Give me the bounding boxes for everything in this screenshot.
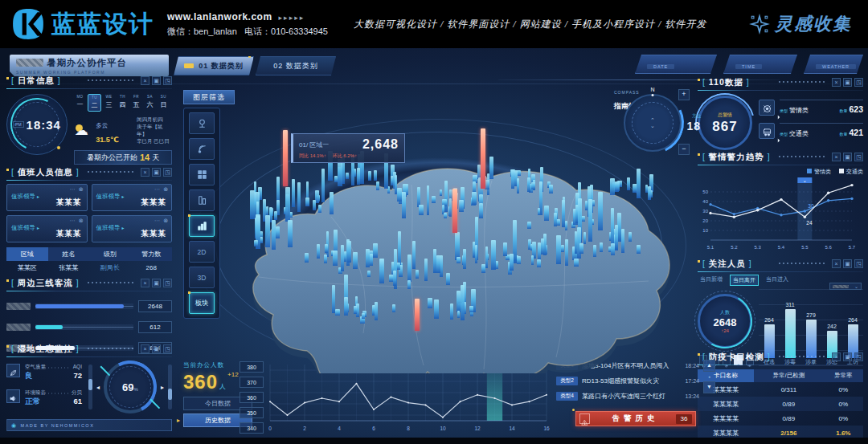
building-icon[interactable] bbox=[189, 189, 215, 211]
zoom-in-button[interactable]: + bbox=[678, 89, 690, 100]
alert-row[interactable]: 类型2RD13-53烟感报警疑似火灾17:24 bbox=[556, 375, 699, 387]
camera-icon[interactable] bbox=[189, 112, 215, 134]
window-icon[interactable]: ▣ bbox=[843, 259, 852, 268]
expand-icon[interactable]: ◳ bbox=[854, 153, 863, 161]
map-region[interactable] bbox=[211, 124, 677, 373]
table-row[interactable]: 某某某某0/890% bbox=[698, 397, 863, 411]
close-icon[interactable]: × bbox=[141, 279, 149, 287]
window-icon[interactable]: ▣ bbox=[152, 168, 161, 177]
window-icon[interactable]: ▣ bbox=[843, 352, 852, 361]
weekday-cell[interactable]: TH四 bbox=[117, 94, 129, 112]
logo[interactable]: 蓝蓝设计 bbox=[11, 7, 154, 41]
table-row[interactable]: 某某某某0/890% bbox=[698, 411, 863, 426]
group-icon[interactable] bbox=[189, 164, 215, 185]
expand-icon[interactable]: ◳ bbox=[854, 78, 863, 87]
focus-tab[interactable]: 当日进入 bbox=[764, 275, 791, 286]
close-icon[interactable]: × bbox=[141, 344, 149, 353]
site-header: 蓝蓝设计 www.lanlanwork.com▸▸▸▸▸ 微信：ben_lanl… bbox=[0, 0, 868, 48]
close-circle-icon[interactable]: ⊗ bbox=[163, 186, 168, 193]
duty-card[interactable]: 值班领导▸⋯⊗某某某 bbox=[6, 184, 88, 211]
map-tooltip[interactable]: 01/ 区域一 2,648 同比 14.1%↑环比 6.2%↑ bbox=[291, 133, 405, 163]
legend-item[interactable]: 交通类 bbox=[839, 168, 863, 176]
gauge-left-arrow[interactable]: ◂ bbox=[96, 384, 100, 391]
weekday-cell[interactable]: FR五 bbox=[130, 94, 142, 112]
contact-info: www.lanlanwork.com▸▸▸▸▸ 微信：ben_lanlan 电话… bbox=[167, 11, 328, 38]
expand-icon[interactable]: ◳ bbox=[163, 168, 172, 177]
weekday-cell[interactable]: SU日 bbox=[158, 94, 170, 112]
column-header[interactable]: 区域 bbox=[6, 247, 48, 261]
column-header[interactable]: 级别 bbox=[89, 247, 131, 261]
expand-icon[interactable]: ◳ bbox=[854, 352, 863, 361]
window-icon[interactable]: ▣ bbox=[152, 76, 161, 85]
table-row[interactable]: 某某区张某某副局长268 bbox=[6, 261, 172, 274]
close-circle-icon[interactable]: ⊗ bbox=[79, 218, 84, 224]
layer-button-3D[interactable]: 3D bbox=[189, 267, 215, 288]
panel-controls: ×▣◳ bbox=[832, 259, 863, 268]
data-bar bbox=[324, 255, 327, 263]
tooltip-region-label: 01/ 区域一 bbox=[299, 141, 329, 149]
table-row[interactable]: 某某某某0/3110% bbox=[698, 382, 863, 397]
close-icon[interactable]: × bbox=[832, 153, 841, 161]
more-icon[interactable]: ⋯ bbox=[154, 218, 160, 224]
more-icon[interactable]: ⋯ bbox=[70, 186, 76, 193]
duty-card[interactable]: 值班领导▸⋯⊗某某某 bbox=[92, 184, 173, 211]
expand-icon[interactable]: ◳ bbox=[163, 344, 172, 353]
weekday-cell[interactable]: WE三 bbox=[103, 94, 115, 112]
tab-data-category-1[interactable]: 01 数据类别 bbox=[174, 56, 254, 75]
close-icon[interactable]: × bbox=[832, 78, 841, 87]
weekday-cell[interactable]: TU二 bbox=[88, 94, 101, 112]
signal-icon[interactable] bbox=[189, 138, 215, 160]
layer-button-2D[interactable]: 2D bbox=[189, 241, 215, 263]
duty-card[interactable]: 值班领导▸⋯⊗某某某 bbox=[6, 215, 88, 242]
more-icon[interactable]: ⋯ bbox=[70, 218, 76, 224]
window-icon[interactable]: ▣ bbox=[152, 279, 161, 287]
alert-row[interactable]: 类型4某路口有小汽车连闯三个红灯13:24 bbox=[556, 390, 699, 402]
expand-icon[interactable]: ◳ bbox=[163, 279, 172, 287]
close-icon[interactable]: × bbox=[141, 168, 149, 177]
window-icon[interactable]: ▣ bbox=[843, 78, 852, 87]
duty-card[interactable]: 值班领导▸⋯⊗某某某 bbox=[92, 215, 173, 242]
tab-data-category-2[interactable]: 02 数据类别 bbox=[256, 56, 336, 75]
window-icon[interactable]: ▣ bbox=[843, 153, 852, 161]
column-header[interactable]: 异常率 bbox=[824, 369, 863, 382]
weekday-cell[interactable]: SA六 bbox=[144, 94, 156, 112]
expand-icon[interactable]: ◳ bbox=[854, 259, 863, 268]
scroll-down-button[interactable]: ▼ bbox=[703, 381, 715, 393]
column-header[interactable]: 异常/已检测 bbox=[754, 369, 824, 382]
chart-icon[interactable] bbox=[189, 215, 215, 237]
layer-button-板块[interactable]: 板块 bbox=[189, 292, 215, 314]
air-value: 72 bbox=[73, 371, 82, 380]
gauge-right-arrow[interactable]: ▸ bbox=[161, 384, 164, 391]
close-icon[interactable]: × bbox=[832, 352, 841, 361]
website-link[interactable]: www.lanlanwork.com bbox=[167, 11, 272, 22]
scroll-up-button[interactable]: ▲ bbox=[703, 360, 715, 372]
legend-item[interactable]: 警情类 bbox=[807, 168, 831, 176]
panel-110-data: 110数据 ×▣◳ 总警情 867 类型警情类数量623类型交通类数量421 bbox=[698, 76, 863, 149]
compass-dial[interactable]: N ⌃⌄ bbox=[624, 94, 682, 152]
collect-badge[interactable]: 灵感收集 bbox=[749, 12, 852, 36]
warning-icon bbox=[579, 413, 590, 424]
footer-text: MADE BY NEHOMMICOX bbox=[21, 423, 95, 428]
expand-icon[interactable]: ◳ bbox=[163, 76, 172, 85]
window-icon[interactable]: ▣ bbox=[152, 344, 161, 353]
chart-filter-dropdown[interactable]: ⌄ bbox=[829, 283, 862, 290]
focus-tab[interactable]: 当日离开 bbox=[730, 275, 759, 286]
arrows-decoration: ▸▸▸▸▸ bbox=[279, 14, 305, 22]
focus-tab[interactable]: 当日新增 bbox=[698, 275, 725, 286]
column-header[interactable]: 警力数 bbox=[131, 247, 173, 261]
close-icon[interactable]: × bbox=[832, 259, 841, 268]
more-icon[interactable]: ⋯ bbox=[154, 186, 160, 193]
left-slider[interactable] bbox=[88, 365, 92, 409]
data-bar bbox=[374, 170, 377, 181]
weekday-cell[interactable]: MO一 bbox=[74, 94, 86, 112]
detect-count: 0/89 bbox=[754, 411, 824, 426]
alarm-history-banner[interactable]: 告警历史 36 bbox=[575, 411, 696, 426]
data-bar bbox=[511, 169, 514, 189]
close-circle-icon[interactable]: ⊗ bbox=[79, 186, 84, 193]
close-circle-icon[interactable]: ⊗ bbox=[163, 218, 168, 224]
column-header[interactable]: 姓名 bbox=[48, 247, 90, 261]
leaf-icon bbox=[6, 364, 20, 377]
right-slider[interactable] bbox=[168, 365, 172, 409]
close-icon[interactable]: × bbox=[141, 76, 149, 85]
zoom-out-button[interactable]: − bbox=[678, 144, 690, 155]
